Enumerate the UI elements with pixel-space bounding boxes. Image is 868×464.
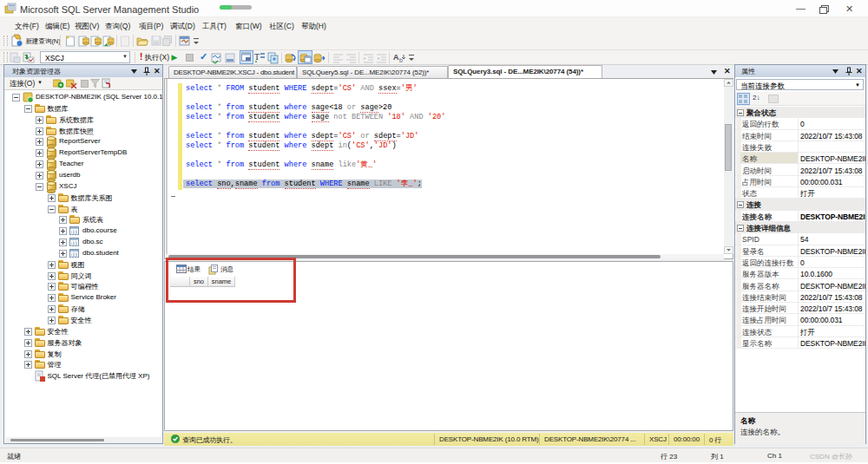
svg-text:A: A bbox=[393, 53, 399, 62]
svg-text:T: T bbox=[254, 52, 260, 62]
svg-text:b: b bbox=[399, 57, 403, 63]
